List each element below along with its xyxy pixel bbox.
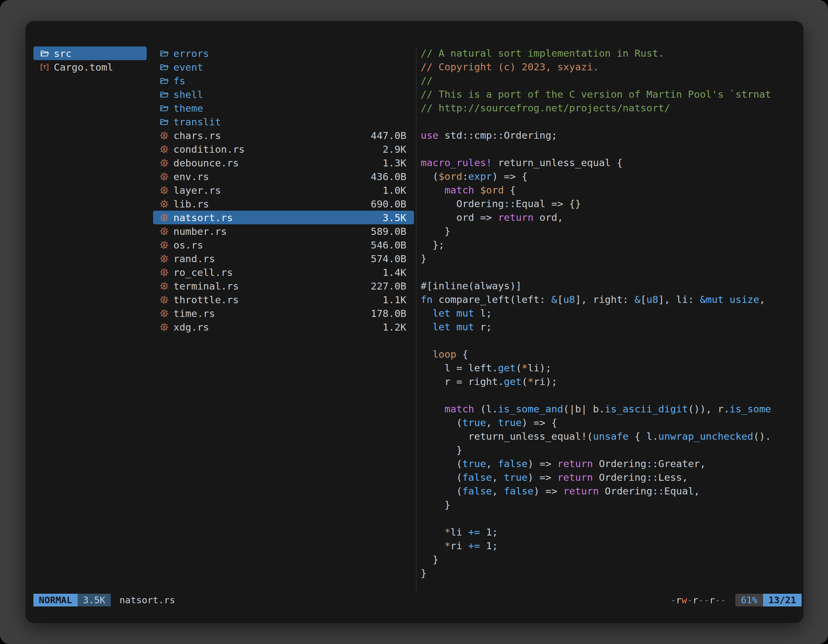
rust-icon: R	[160, 213, 169, 223]
svg-text:R: R	[163, 147, 165, 152]
file-size: 2.9K	[383, 144, 406, 155]
file-name: Cargo.toml	[54, 61, 113, 73]
file-row-shell[interactable]: shell	[153, 88, 414, 101]
file-size: 1.0K	[383, 185, 406, 196]
file-name: condition.rs	[173, 144, 245, 155]
file-name: translit	[173, 116, 221, 128]
permission-chars: --	[715, 595, 726, 605]
file-name: errors	[173, 48, 209, 59]
code-line: #[inline(always)]	[421, 279, 803, 293]
file-row-theme[interactable]: theme	[153, 101, 414, 115]
code-line: use std::cmp::Ordering;	[421, 128, 803, 142]
file-size-badge: 3.5K	[78, 594, 111, 606]
folder-icon	[40, 49, 49, 58]
file-row-natsort-rs[interactable]: Rnatsort.rs3.5K	[153, 211, 414, 224]
parent-row-cargo-toml[interactable]: Cargo.toml	[33, 60, 147, 74]
file-name: natsort.rs	[173, 212, 233, 223]
svg-text:R: R	[163, 229, 165, 233]
file-row-event[interactable]: event	[153, 60, 414, 74]
code-line: }	[421, 566, 803, 580]
code-line	[421, 142, 803, 156]
file-name: rand.rs	[173, 253, 215, 265]
rust-icon: R	[160, 131, 169, 140]
code-line	[421, 512, 803, 525]
file-row-rand-rs[interactable]: Rrand.rs574.0B	[153, 252, 414, 265]
code-line: // http://sourcefrog.net/projects/natsor…	[421, 101, 803, 115]
code-line: (true, true) => {	[421, 416, 803, 429]
svg-text:R: R	[163, 284, 165, 288]
file-size: 690.0B	[371, 198, 406, 210]
rust-icon: R	[160, 295, 169, 304]
code-line: (false, false) => return Ordering::Equal…	[421, 484, 803, 498]
permission-chars: -	[671, 595, 676, 605]
file-name: shell	[173, 89, 203, 100]
code-line: loop {	[421, 348, 803, 361]
file-row-errors[interactable]: errors	[153, 47, 414, 60]
file-row-xdg-rs[interactable]: Rxdg.rs1.2K	[153, 320, 414, 334]
status-filename: natsort.rs	[120, 595, 175, 605]
rust-icon: R	[160, 309, 169, 318]
folder-icon	[160, 90, 169, 99]
mode-indicator: NORMAL	[33, 594, 78, 606]
file-name: src	[54, 48, 72, 59]
code-line: //	[421, 74, 803, 88]
folder-icon	[160, 49, 169, 58]
file-row-time-rs[interactable]: Rtime.rs178.0B	[153, 306, 414, 320]
code-line: return_unless_equal!(unsafe { l.unwrap_u…	[421, 429, 803, 443]
file-preview-pane: // A natural sort implementation in Rust…	[417, 47, 803, 592]
file-size: 1.2K	[383, 321, 406, 333]
file-row-terminal-rs[interactable]: Rterminal.rs227.0B	[153, 279, 414, 293]
file-row-layer-rs[interactable]: Rlayer.rs1.0K	[153, 183, 414, 197]
folder-icon	[160, 63, 169, 72]
file-row-condition-rs[interactable]: Rcondition.rs2.9K	[153, 142, 414, 156]
code-line: match $ord {	[421, 183, 803, 197]
file-row-translit[interactable]: translit	[153, 115, 414, 128]
svg-text:R: R	[163, 243, 165, 247]
file-row-fs[interactable]: fs	[153, 74, 414, 88]
desktop-background: srcCargo.toml errorseventfsshellthemetra…	[0, 0, 828, 644]
file-name: event	[173, 61, 203, 73]
file-size: 227.0B	[371, 280, 406, 292]
parent-row-src[interactable]: src	[33, 47, 147, 60]
rust-icon: R	[160, 322, 169, 332]
permission-chars: --	[698, 595, 709, 605]
code-line	[421, 115, 803, 128]
code-line	[421, 334, 803, 348]
file-name: debounce.rs	[173, 157, 239, 169]
folder-icon	[160, 103, 169, 113]
file-row-ro-cell-rs[interactable]: Rro_cell.rs1.4K	[153, 265, 414, 279]
rust-icon: R	[160, 281, 169, 291]
file-row-debounce-rs[interactable]: Rdebounce.rs1.3K	[153, 156, 414, 169]
file-row-lib-rs[interactable]: Rlib.rs690.0B	[153, 197, 414, 211]
status-bar: NORMAL 3.5K natsort.rs -rw-r--r-- 61% 13…	[25, 594, 803, 606]
file-row-chars-rs[interactable]: Rchars.rs447.0B	[153, 128, 414, 142]
file-name: ro_cell.rs	[173, 266, 233, 278]
code-line: let mut l;	[421, 306, 803, 320]
code-line: ord => return ord,	[421, 211, 803, 224]
file-name: layer.rs	[173, 185, 221, 196]
permission-chars: r	[709, 595, 715, 605]
file-row-os-rs[interactable]: Ros.rs546.0B	[153, 238, 414, 252]
code-line	[421, 389, 803, 402]
file-row-throttle-rs[interactable]: Rthrottle.rs1.1K	[153, 293, 414, 306]
permission-chars: -	[687, 595, 692, 605]
rust-icon: R	[160, 185, 169, 195]
code-line: // A natural sort implementation in Rust…	[421, 47, 803, 60]
file-size: 3.5K	[383, 212, 406, 223]
code-line: *ri += 1;	[421, 539, 803, 553]
code-line	[421, 265, 803, 279]
code-line: }	[421, 443, 803, 457]
rust-icon: R	[160, 144, 169, 154]
file-name: env.rs	[173, 171, 209, 182]
file-name: os.rs	[173, 239, 203, 251]
file-row-number-rs[interactable]: Rnumber.rs589.0B	[153, 224, 414, 238]
file-size: 178.0B	[371, 308, 406, 319]
code-line: // This is a port of the C version of Ma…	[421, 88, 803, 101]
file-size: 1.4K	[383, 266, 406, 278]
rust-icon: R	[160, 254, 169, 263]
file-name: theme	[173, 102, 203, 114]
code-line: Ordering::Equal => {}	[421, 197, 803, 211]
permission-chars: w	[682, 595, 687, 605]
cursor-position-badge: 13/21	[763, 594, 801, 606]
file-row-env-rs[interactable]: Renv.rs436.0B	[153, 169, 414, 183]
